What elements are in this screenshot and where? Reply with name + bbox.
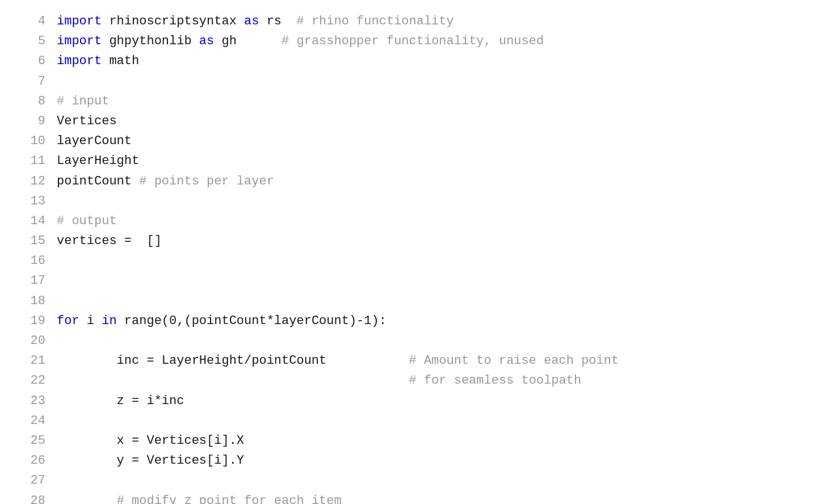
code-editor: 4import rhinoscriptsyntax as rs # rhino … [11,6,815,504]
code-segment: gh [214,34,282,48]
line-content: vertices = [] [57,231,815,251]
line-content: import ghpythonlib as gh # grasshopper f… [57,31,815,51]
line-number: 21 [23,351,45,371]
code-segment: inc = LayerHeight/pointCount [57,354,409,368]
line-content: LayerHeight [57,151,815,171]
line-content: for i in range(0,(pointCount*layerCount)… [57,311,815,331]
code-line: 21 inc = LayerHeight/pointCount # Amount… [23,351,815,371]
code-line: 15vertices = [] [23,231,815,251]
code-segment: y = Vertices[i].Y [57,453,244,468]
code-segment: rs [259,14,296,28]
code-line: 7 [23,72,815,91]
code-segment: # input [57,94,109,108]
line-number: 9 [23,111,45,131]
code-line: 4import rhinoscriptsyntax as rs # rhino … [23,11,815,31]
code-segment: # points per layer [139,174,274,188]
code-segment: i [79,314,102,328]
line-number: 27 [23,471,45,490]
code-line: 18 [23,291,815,311]
code-segment: [] [139,234,162,248]
code-line: 25 x = Vertices[i].X [23,431,815,451]
line-number: 23 [23,391,45,411]
code-line: 27 [23,471,815,490]
line-content: # modify z point for each item [57,491,815,505]
code-line: 26 y = Vertices[i].Y [23,451,815,471]
line-number: 26 [23,451,45,471]
line-number: 5 [23,31,45,51]
code-line: 12pointCount # points per layer [23,171,815,191]
line-content: import math [57,51,815,71]
code-line: 16 [23,251,815,271]
line-content: # for seamless toolpath [57,371,815,390]
code-line: 8# input [23,91,815,111]
line-number: 17 [23,271,45,291]
code-segment: as [244,14,259,28]
code-line: 11LayerHeight [23,151,815,171]
line-content: y = Vertices[i].Y [57,451,815,471]
code-segment: ghpythonlib [102,34,199,48]
code-segment: # grasshopper functionality, unused [282,34,544,48]
code-segment: as [199,34,214,48]
code-segment: x = Vertices[i].X [57,434,244,448]
line-content: inc = LayerHeight/pointCount # Amount to… [57,351,815,371]
code-segment: vertices = [57,234,139,248]
line-number: 18 [23,291,45,311]
line-content: pointCount # points per layer [57,171,815,191]
code-segment: z = i*inc [57,394,184,408]
code-segment: in [102,314,116,328]
line-content [57,331,815,351]
line-number: 20 [23,331,45,351]
code-segment: # rhino functionality [296,14,453,28]
line-number: 19 [23,311,45,331]
code-line: 20 [23,331,815,351]
line-number: 4 [23,11,45,31]
code-segment [57,373,409,388]
code-segment: math [102,54,139,68]
code-segment: # Amount to raise each point [409,354,619,368]
line-number: 22 [23,371,45,390]
code-line: 13 [23,191,815,211]
line-number: 16 [23,251,45,271]
line-number: 13 [23,191,45,211]
code-segment [57,494,117,505]
code-segment: import [57,34,102,48]
code-segment: import [57,54,102,68]
line-number: 8 [23,91,45,111]
code-line: 22 # for seamless toolpath [23,371,815,390]
line-content: z = i*inc [57,391,815,411]
code-line: 24 [23,411,815,431]
line-number: 25 [23,431,45,451]
line-number: 14 [23,211,45,231]
code-line: 5import ghpythonlib as gh # grasshopper … [23,31,815,51]
line-number: 6 [23,51,45,71]
line-content: # input [57,91,815,111]
code-line: 14# output [23,211,815,231]
line-content [57,411,815,431]
line-content: import rhinoscriptsyntax as rs # rhino f… [57,11,815,31]
code-segment: # modify z point for each item [117,494,342,505]
code-segment: rhinoscriptsyntax [102,14,244,28]
line-number: 15 [23,231,45,251]
code-segment: for [57,314,79,328]
line-number: 12 [23,171,45,191]
line-content [57,251,815,271]
line-number: 11 [23,151,45,171]
line-content [57,191,815,211]
line-content [57,471,815,490]
code-line: 6import math [23,51,815,71]
code-segment: LayerHeight [57,154,139,168]
line-number: 28 [23,491,45,505]
line-content: x = Vertices[i].X [57,431,815,451]
code-line: 28 # modify z point for each item [23,491,815,505]
code-segment: pointCount [57,174,139,188]
line-content: Vertices [57,111,815,131]
code-segment: import [57,14,102,28]
code-line: 10layerCount [23,131,815,151]
code-segment: # for seamless toolpath [409,373,582,388]
code-segment: Vertices [57,114,117,128]
line-content: layerCount [57,131,815,151]
code-segment: # output [57,214,117,228]
code-line: 9Vertices [23,111,815,131]
line-number: 7 [23,72,45,91]
code-line: 19for i in range(0,(pointCount*layerCoun… [23,311,815,331]
